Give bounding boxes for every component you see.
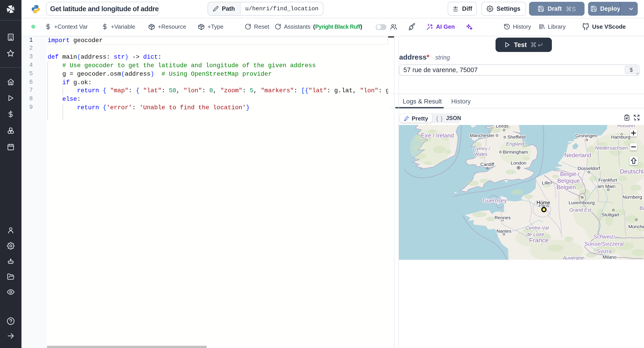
svg-text:Schweiz/: Schweiz/ — [593, 233, 615, 239]
svg-text:Home: Home — [536, 200, 550, 205]
svg-text:London: London — [510, 160, 526, 165]
svg-text:Nederland: Nederland — [564, 152, 591, 158]
svg-text:Lille: Lille — [542, 180, 550, 185]
svg-text:Grand Est: Grand Est — [569, 207, 591, 213]
svg-text:Nürnberg: Nürnberg — [622, 194, 642, 199]
svg-text:Bayern: Bayern — [639, 205, 644, 211]
svg-text:België /: België / — [560, 170, 580, 177]
svg-text:Rennes: Rennes — [494, 215, 510, 220]
svg-text:Suisse/Svizzera/: Suisse/Svizzera/ — [584, 241, 624, 247]
svg-text:Hamburg: Hamburg — [611, 134, 630, 139]
svg-text:Auvergne-: Auvergne- — [562, 255, 586, 260]
svg-text:Groningen: Groningen — [575, 133, 597, 138]
svg-text:Svizra: Svizra — [596, 248, 612, 254]
svg-text:Cymru /: Cymru / — [473, 145, 490, 151]
svg-text:Niedersachsen: Niedersachsen — [595, 145, 628, 150]
svg-text:Düsseldorf: Düsseldorf — [577, 165, 600, 171]
svg-text:München: München — [628, 224, 644, 229]
svg-text:Éire / Ireland: Éire / Ireland — [420, 132, 454, 139]
svg-text:Manchester: Manchester — [470, 133, 494, 138]
svg-text:Nantes: Nantes — [496, 228, 512, 233]
svg-text:Belgique /: Belgique / — [557, 177, 583, 184]
svg-text:Birmingham: Birmingham — [503, 149, 528, 154]
svg-text:Stuttgart: Stuttgart — [601, 212, 619, 217]
svg-text:Sheffield: Sheffield — [507, 134, 525, 139]
svg-text:Holstein: Holstein — [617, 125, 634, 128]
svg-text:Luxembourg: Luxembourg — [568, 200, 594, 205]
svg-text:France: France — [529, 237, 548, 243]
svg-text:de Loire: de Loire — [526, 231, 544, 237]
svg-text:Cardiff: Cardiff — [480, 161, 494, 166]
svg-text:Milano: Milano — [602, 254, 616, 259]
svg-text:Deutschland: Deutschland — [620, 168, 644, 175]
svg-text:Wales: Wales — [474, 151, 488, 157]
svg-text:Guernsey: Guernsey — [482, 197, 507, 203]
svg-text:am Main: am Main — [597, 184, 616, 189]
svg-text:England: England — [506, 141, 524, 146]
svg-text:Belgien: Belgien — [556, 184, 576, 190]
svg-text:Leeds: Leeds — [496, 125, 508, 128]
svg-text:Centre-Val: Centre-Val — [525, 225, 549, 230]
svg-text:Frankfurt: Frankfurt — [598, 177, 617, 182]
